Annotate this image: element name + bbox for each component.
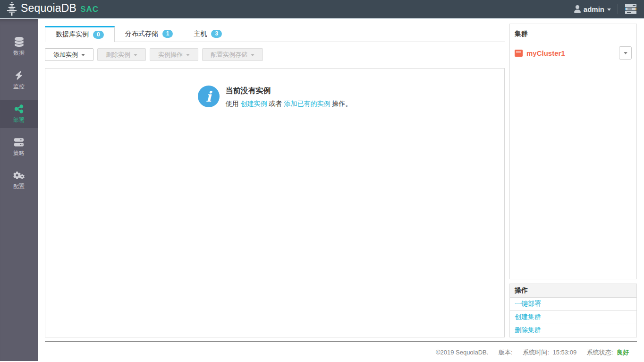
main-content: 数据库实例 0 分布式存储 1 主机 3 添加实例 xyxy=(38,19,644,361)
sidebar-item-data[interactable]: 数据 xyxy=(0,33,38,61)
server-icon xyxy=(14,138,24,147)
sidebar-item-label: 部署 xyxy=(13,116,25,124)
cluster-panel-title: 集群 xyxy=(515,30,632,38)
button-label: 实例操作 xyxy=(158,51,183,59)
user-icon xyxy=(574,5,581,13)
chevron-down-icon xyxy=(607,9,611,11)
tab-distributed-storage[interactable]: 分布式存储 1 xyxy=(115,26,184,42)
brand-name: SequoiaDB xyxy=(21,2,76,15)
one-click-deploy-link[interactable]: 一键部署 xyxy=(515,300,541,307)
text-fragment: 或者 xyxy=(267,100,284,107)
cluster-row: myCluster1 xyxy=(515,46,632,60)
gears-icon xyxy=(13,171,25,180)
chevron-down-icon xyxy=(134,54,137,56)
info-icon: i xyxy=(198,86,220,107)
button-label: 配置实例存储 xyxy=(211,51,247,59)
operations-panel: 操作 一键部署 创建集群 删除集群 xyxy=(509,284,637,337)
sidebar: 数据 监控 部署 策略 配置 xyxy=(0,19,38,361)
delete-cluster-link[interactable]: 删除集群 xyxy=(515,326,541,334)
user-menu[interactable]: admin xyxy=(574,5,611,13)
empty-state-text: 使用 创建实例 或者 添加已有的实例 操作。 xyxy=(226,100,352,108)
bolt-icon xyxy=(15,70,23,80)
sequoia-tree-icon xyxy=(5,2,19,16)
button-label: 删除实例 xyxy=(106,51,130,59)
tab-database-instances[interactable]: 数据库实例 0 xyxy=(45,26,115,42)
sidebar-item-config[interactable]: 配置 xyxy=(0,167,38,194)
chevron-down-icon xyxy=(624,52,627,54)
cluster-name-link[interactable]: myCluster1 xyxy=(526,49,565,57)
host-list-button[interactable] xyxy=(625,4,637,14)
share-nodes-icon xyxy=(14,104,24,114)
app-footer: ©2019 SequoiaDB. 版本: 系统时间: 15:53:09 系统状态… xyxy=(38,337,644,361)
instances-empty-panel: i 当前没有实例 使用 创建实例 或者 添加已有的实例 操作。 xyxy=(45,68,505,337)
operations-panel-title: 操作 xyxy=(510,284,636,298)
button-label: 添加实例 xyxy=(53,51,78,59)
instance-toolbar: 添加实例 删除实例 实例操作 配置实例存储 xyxy=(45,48,505,61)
brand-suffix: SAC xyxy=(80,5,99,14)
chevron-down-icon xyxy=(81,54,85,56)
tab-count-badge: 0 xyxy=(93,31,104,39)
footer-divider xyxy=(45,341,637,342)
delete-instance-button[interactable]: 删除实例 xyxy=(97,48,146,61)
system-time-label: 系统时间: xyxy=(523,349,549,356)
tab-count-badge: 1 xyxy=(162,30,173,38)
instance-operations-button[interactable]: 实例操作 xyxy=(150,48,198,61)
system-status-label: 系统状态: xyxy=(587,349,613,356)
sidebar-item-label: 监控 xyxy=(13,83,25,91)
empty-state-message: i 当前没有实例 使用 创建实例 或者 添加已有的实例 操作。 xyxy=(198,86,352,108)
tab-label: 主机 xyxy=(194,30,207,38)
chevron-down-icon xyxy=(186,54,190,56)
user-name: admin xyxy=(584,5,604,13)
version-label: 版本: xyxy=(499,349,513,356)
sidebar-item-deploy[interactable]: 部署 xyxy=(0,100,38,128)
sidebar-item-label: 配置 xyxy=(13,182,25,190)
tab-label: 分布式存储 xyxy=(125,30,158,38)
operations-row: 创建集群 xyxy=(510,311,636,324)
create-instance-link[interactable]: 创建实例 xyxy=(241,100,267,107)
tab-hosts[interactable]: 主机 3 xyxy=(183,26,232,42)
brand: SequoiaDB SAC xyxy=(5,2,99,16)
cluster-dropdown-button[interactable] xyxy=(619,46,632,60)
sidebar-item-label: 策略 xyxy=(13,149,25,157)
empty-state-title: 当前没有实例 xyxy=(226,86,352,96)
text-fragment: 操作。 xyxy=(330,100,352,107)
text-fragment: 使用 xyxy=(226,100,241,107)
operations-row: 一键部署 xyxy=(510,298,636,311)
tab-count-badge: 3 xyxy=(211,30,222,38)
rack-icon xyxy=(625,4,637,14)
app-header: SequoiaDB SAC admin xyxy=(0,0,644,19)
tab-label: 数据库实例 xyxy=(56,30,89,39)
sidebar-item-strategy[interactable]: 策略 xyxy=(0,134,38,161)
cluster-panel: 集群 myCluster1 xyxy=(509,24,637,279)
add-existing-instance-link[interactable]: 添加已有的实例 xyxy=(284,100,330,107)
create-cluster-link[interactable]: 创建集群 xyxy=(515,313,541,320)
database-icon xyxy=(15,37,24,47)
cluster-box-icon xyxy=(515,50,523,57)
chevron-down-icon xyxy=(251,54,254,56)
configure-instance-storage-button[interactable]: 配置实例存储 xyxy=(202,48,263,61)
sidebar-item-monitor[interactable]: 监控 xyxy=(0,67,38,95)
tab-bar: 数据库实例 0 分布式存储 1 主机 3 xyxy=(45,26,505,42)
header-separator xyxy=(618,4,618,14)
sidebar-item-label: 数据 xyxy=(13,49,25,57)
system-status-value: 良好 xyxy=(617,349,629,356)
system-time-value: 15:53:09 xyxy=(553,349,577,356)
footer-status-bar: ©2019 SequoiaDB. 版本: 系统时间: 15:53:09 系统状态… xyxy=(45,348,637,357)
operations-row: 删除集群 xyxy=(510,324,636,337)
copyright-text: ©2019 SequoiaDB. xyxy=(436,349,489,356)
add-instance-button[interactable]: 添加实例 xyxy=(45,48,93,61)
